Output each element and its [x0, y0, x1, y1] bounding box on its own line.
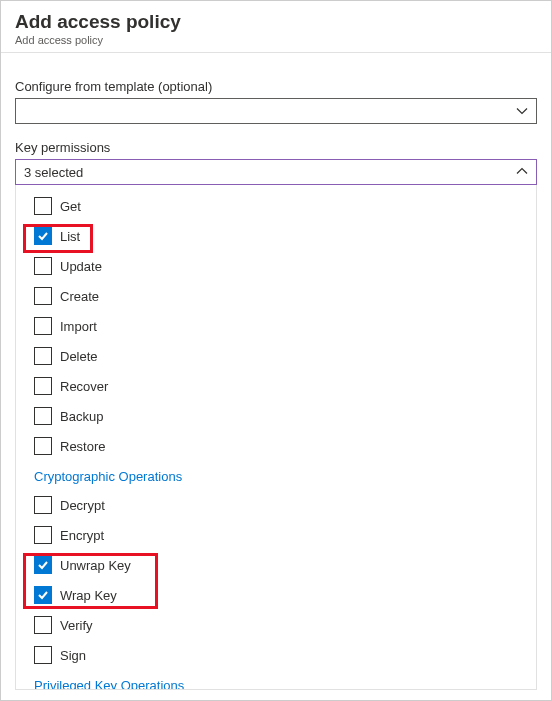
dropdown-scroll-region[interactable]: GetListUpdateCreateImportDeleteRecoverBa…: [16, 185, 536, 689]
checkbox[interactable]: [34, 616, 52, 634]
key-permissions-label: Key permissions: [15, 140, 537, 155]
checkbox[interactable]: [34, 526, 52, 544]
checkbox[interactable]: [34, 437, 52, 455]
checkbox-label: Wrap Key: [60, 588, 117, 603]
checkbox-label: Backup: [60, 409, 103, 424]
checkbox-row[interactable]: Restore: [16, 431, 536, 461]
checkbox-label: Get: [60, 199, 81, 214]
chevron-up-icon: [516, 165, 528, 180]
section-header: Privileged Key Operations: [16, 670, 536, 689]
checkbox-row[interactable]: Decrypt: [16, 490, 536, 520]
checkbox[interactable]: [34, 287, 52, 305]
key-permissions-select[interactable]: 3 selected: [15, 159, 537, 185]
checkbox-row[interactable]: Backup: [16, 401, 536, 431]
checkbox-row[interactable]: Verify: [16, 610, 536, 640]
page-subtitle: Add access policy: [15, 34, 537, 46]
page-title: Add access policy: [15, 11, 537, 33]
checkbox-row[interactable]: Encrypt: [16, 520, 536, 550]
checkbox-row[interactable]: Get: [16, 191, 536, 221]
checkbox-row[interactable]: Wrap Key: [16, 580, 536, 610]
checkbox-label: Create: [60, 289, 99, 304]
checkbox-row[interactable]: Unwrap Key: [16, 550, 536, 580]
checkbox-row[interactable]: Update: [16, 251, 536, 281]
checkbox-label: Update: [60, 259, 102, 274]
template-label: Configure from template (optional): [15, 79, 537, 94]
checkbox[interactable]: [34, 227, 52, 245]
checkbox-row[interactable]: Recover: [16, 371, 536, 401]
key-permissions-summary: 3 selected: [24, 165, 83, 180]
checkbox-label: Encrypt: [60, 528, 104, 543]
checkbox-label: Unwrap Key: [60, 558, 131, 573]
page-header: Add access policy Add access policy: [1, 1, 551, 53]
key-permissions-dropdown: GetListUpdateCreateImportDeleteRecoverBa…: [15, 185, 537, 690]
checkbox[interactable]: [34, 586, 52, 604]
checkbox[interactable]: [34, 257, 52, 275]
form-body: Configure from template (optional) Key p…: [1, 53, 551, 701]
checkbox-label: Recover: [60, 379, 108, 394]
checkbox[interactable]: [34, 347, 52, 365]
section-header: Cryptographic Operations: [16, 461, 536, 490]
checkbox[interactable]: [34, 496, 52, 514]
checkbox-row[interactable]: Import: [16, 311, 536, 341]
checkbox[interactable]: [34, 377, 52, 395]
checkbox[interactable]: [34, 556, 52, 574]
checkbox-label: Delete: [60, 349, 98, 364]
checkbox-label: Decrypt: [60, 498, 105, 513]
chevron-down-icon: [516, 105, 528, 117]
checkbox-row[interactable]: Create: [16, 281, 536, 311]
checkbox-label: Restore: [60, 439, 106, 454]
template-select[interactable]: [15, 98, 537, 124]
checkbox[interactable]: [34, 407, 52, 425]
checkbox-label: Sign: [60, 648, 86, 663]
checkbox-label: Import: [60, 319, 97, 334]
checkbox-row[interactable]: Delete: [16, 341, 536, 371]
checkbox-label: List: [60, 229, 80, 244]
checkbox-label: Verify: [60, 618, 93, 633]
checkbox-row[interactable]: List: [16, 221, 536, 251]
checkbox[interactable]: [34, 317, 52, 335]
checkbox[interactable]: [34, 646, 52, 664]
checkbox-row[interactable]: Sign: [16, 640, 536, 670]
checkbox[interactable]: [34, 197, 52, 215]
